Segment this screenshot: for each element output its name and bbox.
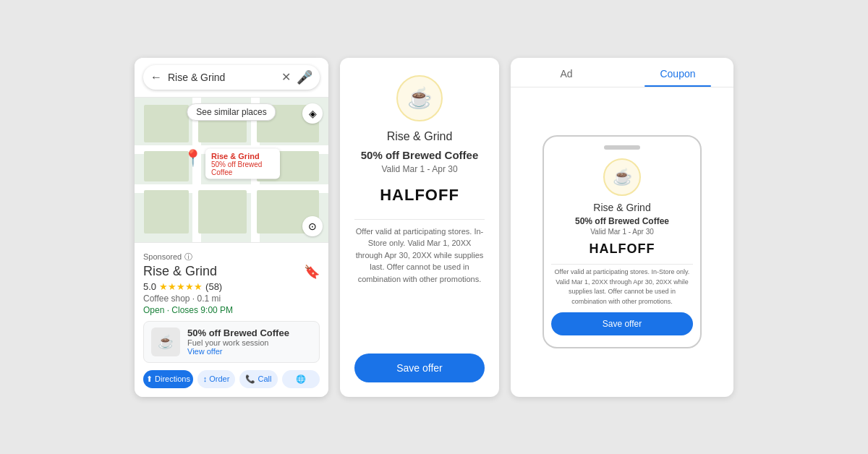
call-icon: 📞: [245, 374, 255, 384]
maps-search-bar: ← Rise & Grind ✕ 🎤: [135, 58, 328, 98]
map-pin: 📍 Rise & Grind 50% off Brewed Coffee: [183, 148, 280, 179]
phone-frame: ☕ Rise & Grind 50% off Brewed Coffee Val…: [542, 135, 702, 348]
offer-info: 50% off Brewed Coffee Fuel your work ses…: [187, 327, 312, 356]
save-offer-button[interactable]: Save offer: [354, 354, 485, 382]
tab-coupon[interactable]: Coupon: [622, 58, 733, 87]
pin-icon: 📍: [183, 148, 203, 167]
coupon-panel: ☕ Rise & Grind 50% off Brewed Coffee Val…: [340, 58, 499, 397]
coupon-code: HALFOFF: [380, 186, 459, 205]
listing-panel: Sponsored ⓘ Rise & Grind 🔖 5.0 ★★★★★ (58…: [135, 242, 328, 397]
website-button[interactable]: 🌐: [282, 370, 320, 388]
coupon-offer-title: 50% off Brewed Coffee: [361, 149, 479, 161]
website-icon: 🌐: [296, 374, 306, 384]
offer-thumbnail: ☕: [151, 327, 180, 356]
pin-label-sub: 50% off Brewed Coffee: [211, 160, 274, 176]
coupon-terms: Offer valid at participating stores. In-…: [354, 226, 485, 342]
coffee-icon: ☕: [407, 86, 433, 110]
coupon-logo: ☕: [396, 75, 443, 121]
directions-icon: ⬆: [146, 374, 153, 384]
phone-brand: Rise & Grind: [593, 202, 650, 213]
mic-icon[interactable]: 🎤: [297, 69, 312, 85]
offer-card-title: 50% off Brewed Coffee: [187, 327, 312, 338]
phone-divider: [551, 264, 693, 265]
pin-label-name: Rise & Grind: [211, 151, 274, 160]
offer-card[interactable]: ☕ 50% off Brewed Coffee Fuel your work s…: [143, 321, 320, 363]
sponsored-row: Sponsored ⓘ: [143, 252, 320, 262]
stars: ★★★★★: [159, 281, 203, 292]
coupon-divider: [354, 219, 485, 220]
phone-save-offer-button[interactable]: Save offer: [551, 312, 693, 335]
phone-notch: [604, 145, 640, 150]
sponsored-label: Sponsored: [143, 252, 182, 261]
search-text: Rise & Grind: [168, 72, 276, 83]
main-container: ← Rise & Grind ✕ 🎤: [117, 40, 751, 414]
directions-button[interactable]: ⬆ Directions: [143, 370, 193, 388]
phone-valid: Valid Mar 1 - Apr 30: [590, 228, 654, 236]
phone-panel: Ad Coupon ☕ Rise & Grind 50% off Brewed …: [511, 58, 733, 397]
phone-mockup-area: ☕ Rise & Grind 50% off Brewed Coffee Val…: [511, 87, 733, 397]
phone-code: HALFOFF: [590, 241, 655, 257]
maps-panel: ← Rise & Grind ✕ 🎤: [135, 58, 328, 397]
layers-icon[interactable]: ◈: [302, 103, 323, 124]
coupon-brand: Rise & Grind: [387, 130, 453, 143]
phone-offer-title: 50% off Brewed Coffee: [575, 216, 669, 226]
coupon-valid: Valid Mar 1 - Apr 30: [381, 164, 457, 174]
rating-score: 5.0: [143, 281, 156, 292]
listing-name: Rise & Grind: [143, 264, 217, 279]
view-offer-link[interactable]: View offer: [187, 347, 312, 356]
map-area: See similar places ◈ ⊙ 📍 Rise & Grind 50…: [135, 98, 328, 242]
similar-places-button[interactable]: See similar places: [187, 103, 276, 121]
bookmark-icon[interactable]: 🔖: [304, 264, 320, 280]
phone-terms: Offer valid at participating stores. In-…: [551, 267, 693, 307]
listing-status: Open · Closes 9:00 PM: [143, 305, 320, 315]
action-bar: ⬆ Directions ↕ Order 📞 Call 🌐: [143, 370, 320, 388]
location-icon[interactable]: ⊙: [302, 216, 323, 236]
info-icon[interactable]: ⓘ: [184, 252, 192, 262]
close-icon[interactable]: ✕: [281, 70, 291, 84]
offer-card-subtitle: Fuel your work session: [187, 338, 312, 347]
pin-label: Rise & Grind 50% off Brewed Coffee: [205, 148, 280, 179]
rating-count: (58): [205, 281, 222, 292]
tab-ad[interactable]: Ad: [511, 58, 622, 87]
back-arrow-icon[interactable]: ←: [150, 71, 162, 84]
phone-coffee-icon: ☕: [613, 168, 632, 187]
call-button[interactable]: 📞 Call: [239, 370, 277, 388]
order-icon: ↕: [203, 374, 208, 383]
listing-name-row: Rise & Grind 🔖: [143, 264, 320, 280]
order-button[interactable]: ↕ Order: [197, 370, 235, 388]
rating-row: 5.0 ★★★★★ (58): [143, 281, 320, 292]
tab-bar: Ad Coupon: [511, 58, 733, 87]
phone-coupon-logo: ☕: [603, 158, 641, 196]
listing-meta: Coffee shop · 0.1 mi: [143, 294, 320, 304]
